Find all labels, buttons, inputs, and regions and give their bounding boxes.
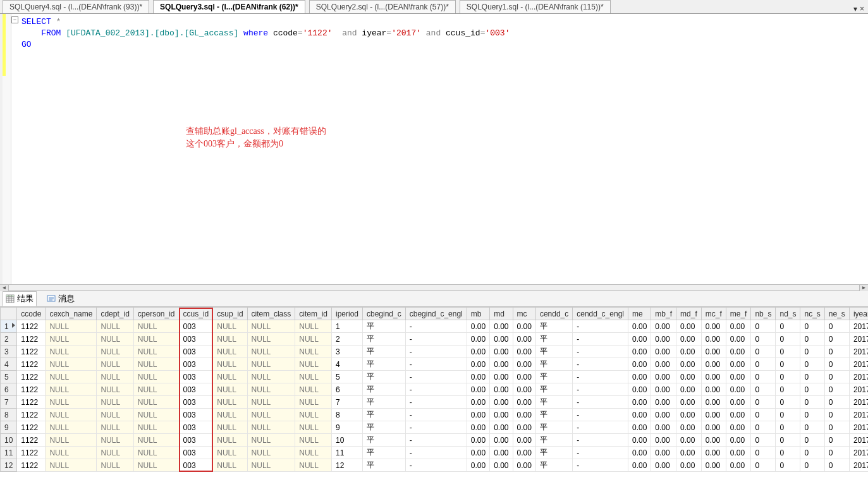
cell-mb_f[interactable]: 0.00: [651, 346, 676, 358]
scroll-left-icon[interactable]: ◄: [0, 285, 9, 291]
cell-ccus_id[interactable]: 003: [179, 459, 213, 472]
cell-cendd_c_engl[interactable]: -: [573, 371, 628, 383]
cell-ccode[interactable]: 1122: [17, 421, 46, 434]
cell-iperiod[interactable]: 4: [331, 358, 362, 371]
cell-mb_f[interactable]: 0.00: [651, 371, 676, 383]
cell-nd_s[interactable]: 0: [776, 383, 800, 396]
column-header-ccode[interactable]: ccode: [17, 308, 46, 320]
cell-cbegind_c[interactable]: 平: [363, 383, 406, 396]
horizontal-splitter[interactable]: ◄ ►: [0, 284, 868, 291]
table-row[interactable]: 51122NULLNULLNULL003NULLNULLNULL5平-0.000…: [1, 371, 869, 383]
cell-cbegind_c_engl[interactable]: -: [405, 459, 467, 472]
cell-citem_class[interactable]: NULL: [247, 459, 295, 472]
cell-iyear[interactable]: 2017: [849, 421, 868, 434]
cell-me[interactable]: 0.00: [628, 459, 651, 472]
cell-md[interactable]: 0.00: [490, 459, 513, 472]
cell-citem_class[interactable]: NULL: [247, 396, 295, 409]
cell-mc_f[interactable]: 0.00: [701, 421, 726, 434]
cell-cbegind_c_engl[interactable]: -: [405, 434, 467, 447]
cell-ccode[interactable]: 1122: [17, 358, 46, 371]
cell-nd_s[interactable]: 0: [776, 371, 800, 383]
cell-ccode[interactable]: 1122: [17, 383, 46, 396]
cell-me_f[interactable]: 0.00: [726, 383, 751, 396]
column-header-cbegind_c[interactable]: cbegind_c: [363, 308, 406, 320]
cell-md[interactable]: 0.00: [490, 371, 513, 383]
cell-me_f[interactable]: 0.00: [726, 459, 751, 472]
cell-mb[interactable]: 0.00: [467, 320, 489, 333]
cell-cperson_id[interactable]: NULL: [133, 383, 179, 396]
cell-mb[interactable]: 0.00: [467, 409, 489, 421]
cell-cendd_c[interactable]: 平: [535, 383, 572, 396]
cell-md[interactable]: 0.00: [490, 383, 513, 396]
cell-nb_s[interactable]: 0: [751, 409, 776, 421]
cell-cendd_c[interactable]: 平: [535, 346, 572, 358]
cell-nd_s[interactable]: 0: [776, 459, 800, 472]
cell-cbegind_c_engl[interactable]: -: [405, 421, 467, 434]
cell-ccode[interactable]: 1122: [17, 447, 46, 459]
cell-cexch_name[interactable]: NULL: [46, 447, 97, 459]
cell-cexch_name[interactable]: NULL: [46, 409, 97, 421]
cell-ne_s[interactable]: 0: [824, 409, 849, 421]
cell-mb_f[interactable]: 0.00: [651, 447, 676, 459]
cell-me_f[interactable]: 0.00: [726, 346, 751, 358]
cell-cexch_name[interactable]: NULL: [46, 320, 97, 333]
cell-cendd_c[interactable]: 平: [535, 447, 572, 459]
table-row[interactable]: 41122NULLNULLNULL003NULLNULLNULL4平-0.000…: [1, 358, 869, 371]
cell-cendd_c_engl[interactable]: -: [573, 434, 628, 447]
table-row[interactable]: 121122NULLNULLNULL003NULLNULLNULL12平-0.0…: [1, 459, 869, 472]
cell-cbegind_c_engl[interactable]: -: [405, 396, 467, 409]
cell-ne_s[interactable]: 0: [824, 333, 849, 346]
cell-csup_id[interactable]: NULL: [213, 333, 247, 346]
cell-md_f[interactable]: 0.00: [676, 396, 702, 409]
cell-cendd_c[interactable]: 平: [535, 421, 572, 434]
cell-me[interactable]: 0.00: [628, 434, 651, 447]
cell-citem_class[interactable]: NULL: [247, 346, 295, 358]
cell-me_f[interactable]: 0.00: [726, 320, 751, 333]
cell-cbegind_c[interactable]: 平: [363, 447, 406, 459]
document-tab[interactable]: SQLQuery4.sql - (l...(DEAN\frank (93))*: [3, 0, 149, 13]
cell-md_f[interactable]: 0.00: [676, 333, 702, 346]
cell-csup_id[interactable]: NULL: [213, 409, 247, 421]
cell-ccode[interactable]: 1122: [17, 333, 46, 346]
cell-md_f[interactable]: 0.00: [676, 421, 702, 434]
cell-cbegind_c_engl[interactable]: -: [405, 320, 467, 333]
row-number[interactable]: 4: [1, 358, 17, 371]
cell-iperiod[interactable]: 3: [331, 346, 362, 358]
cell-cperson_id[interactable]: NULL: [133, 447, 179, 459]
cell-ccus_id[interactable]: 003: [179, 320, 213, 333]
cell-nb_s[interactable]: 0: [751, 421, 776, 434]
cell-nb_s[interactable]: 0: [751, 459, 776, 472]
cell-md_f[interactable]: 0.00: [676, 409, 702, 421]
cell-me[interactable]: 0.00: [628, 358, 651, 371]
cell-mc[interactable]: 0.00: [513, 320, 535, 333]
cell-mb[interactable]: 0.00: [467, 333, 489, 346]
cell-csup_id[interactable]: NULL: [213, 447, 247, 459]
cell-cdept_id[interactable]: NULL: [97, 396, 133, 409]
cell-ccode[interactable]: 1122: [17, 346, 46, 358]
cell-cexch_name[interactable]: NULL: [46, 346, 97, 358]
cell-md[interactable]: 0.00: [490, 396, 513, 409]
cell-ccus_id[interactable]: 003: [179, 358, 213, 371]
column-header-mb_f[interactable]: mb_f: [651, 308, 676, 320]
cell-mb[interactable]: 0.00: [467, 447, 489, 459]
collapse-icon[interactable]: −: [11, 16, 18, 23]
cell-nc_s[interactable]: 0: [800, 346, 824, 358]
cell-cdept_id[interactable]: NULL: [97, 459, 133, 472]
cell-cbegind_c_engl[interactable]: -: [405, 383, 467, 396]
cell-mb[interactable]: 0.00: [467, 383, 489, 396]
cell-mc[interactable]: 0.00: [513, 371, 535, 383]
cell-cdept_id[interactable]: NULL: [97, 434, 133, 447]
cell-cexch_name[interactable]: NULL: [46, 371, 97, 383]
cell-citem_id[interactable]: NULL: [295, 320, 332, 333]
cell-nc_s[interactable]: 0: [800, 383, 824, 396]
cell-ccus_id[interactable]: 003: [179, 409, 213, 421]
cell-me_f[interactable]: 0.00: [726, 434, 751, 447]
cell-mc_f[interactable]: 0.00: [701, 459, 726, 472]
cell-ccode[interactable]: 1122: [17, 409, 46, 421]
cell-cendd_c_engl[interactable]: -: [573, 421, 628, 434]
cell-cbegind_c[interactable]: 平: [363, 320, 406, 333]
cell-nc_s[interactable]: 0: [800, 320, 824, 333]
cell-mb[interactable]: 0.00: [467, 358, 489, 371]
cell-nb_s[interactable]: 0: [751, 383, 776, 396]
cell-mc_f[interactable]: 0.00: [701, 333, 726, 346]
